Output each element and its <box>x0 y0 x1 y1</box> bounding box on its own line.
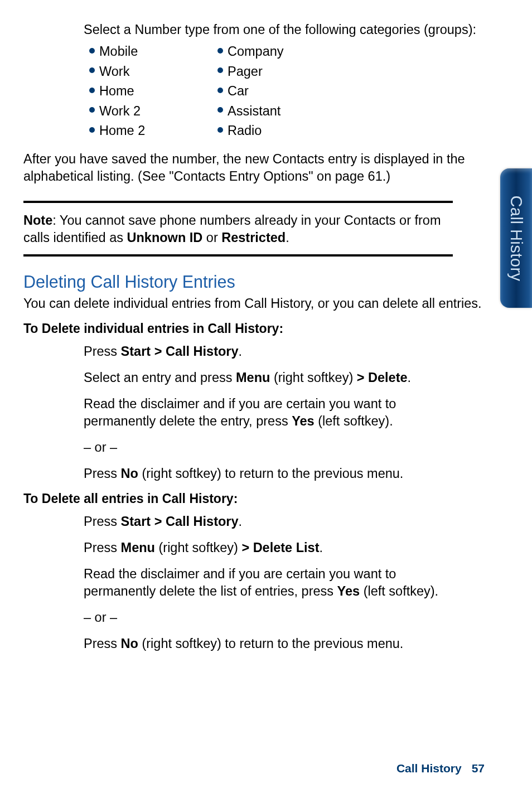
bullet-icon <box>217 107 223 113</box>
step-fragment: Press <box>84 344 121 359</box>
number-type-label: Radio <box>228 123 262 138</box>
or-separator: – or – <box>84 439 452 456</box>
step-fragment: (right softkey) to return to the previou… <box>138 466 403 481</box>
number-type-col-right: Company Pager Car Assistant Radio <box>217 44 284 138</box>
note-block: Note: You cannot save phone numbers alre… <box>23 201 453 257</box>
step-bold: No <box>121 636 138 651</box>
step-fragment: . <box>239 514 243 529</box>
list-item: Car <box>217 84 284 99</box>
side-tab: Call History <box>500 168 532 308</box>
step-bold: No <box>121 466 138 481</box>
sub-heading-delete-individual: To Delete individual entries in Call His… <box>23 321 509 336</box>
step-fragment: . <box>408 370 412 385</box>
step-bold: > Delete <box>357 370 408 385</box>
bullet-icon <box>217 88 223 93</box>
step-text: Press No (right softkey) to return to th… <box>84 635 452 652</box>
list-item: Company <box>217 44 284 59</box>
step-bold: > Delete List <box>241 540 319 555</box>
step-text: Press Menu (right softkey) > Delete List… <box>84 539 452 557</box>
page-footer: Call History57 <box>396 762 485 775</box>
step-text: Press No (right softkey) to return to th… <box>84 465 452 482</box>
note-label: Note <box>23 213 52 228</box>
step-fragment: . <box>239 344 243 359</box>
step-fragment: (right softkey) <box>155 540 241 555</box>
number-type-label: Home <box>99 84 134 99</box>
step-text: Read the disclaimer and if you are certa… <box>84 565 452 600</box>
number-type-label: Work <box>99 64 129 79</box>
list-item: Pager <box>217 64 284 79</box>
after-save-paragraph: After you have saved the number, the new… <box>23 151 509 185</box>
number-type-label: Assistant <box>228 104 280 119</box>
number-type-label: Car <box>228 84 249 99</box>
number-type-columns: Mobile Work Home Work 2 Home 2 Company P… <box>89 44 509 138</box>
list-item: Home <box>89 84 206 99</box>
side-tab-label: Call History <box>507 195 525 281</box>
step-text: Press Start > Call History. <box>84 513 452 530</box>
step-fragment: Press <box>84 540 121 555</box>
step-fragment: (left softkey). <box>360 584 438 598</box>
step-fragment: (right softkey) <box>270 370 356 385</box>
bullet-icon <box>89 88 95 93</box>
number-type-label: Work 2 <box>99 104 141 119</box>
step-fragment: (right softkey) to return to the previou… <box>138 636 403 651</box>
step-fragment: (left softkey). <box>315 414 393 428</box>
list-item: Work 2 <box>89 104 206 119</box>
step-bold: Menu <box>121 540 155 555</box>
note-bold-unknown: Unknown ID <box>127 230 203 245</box>
bullet-icon <box>217 67 223 73</box>
list-item: Radio <box>217 123 284 138</box>
step-bold: Start > Call History <box>121 344 239 359</box>
page-number: 57 <box>472 762 485 775</box>
footer-section-label: Call History <box>396 762 462 775</box>
step-fragment: Press <box>84 514 121 529</box>
step-fragment: Press <box>84 636 121 651</box>
step-text: Read the disclaimer and if you are certa… <box>84 395 452 430</box>
step-bold: Start > Call History <box>121 514 239 529</box>
bullet-icon <box>89 48 95 54</box>
list-item: Assistant <box>217 104 284 119</box>
note-bold-restricted: Restricted <box>221 230 286 245</box>
number-type-label: Pager <box>228 64 263 79</box>
note-text: . <box>286 230 289 245</box>
number-type-col-left: Mobile Work Home Work 2 Home 2 <box>89 44 206 138</box>
section-subtext: You can delete individual entries from C… <box>23 295 509 312</box>
step-fragment: Select an entry and press <box>84 370 236 385</box>
sub-heading-delete-all: To Delete all entries in Call History: <box>23 491 509 506</box>
number-type-label: Company <box>228 44 284 59</box>
bullet-icon <box>217 127 223 133</box>
number-type-label: Mobile <box>99 44 138 59</box>
step-fragment: Press <box>84 466 121 481</box>
bullet-icon <box>89 107 95 113</box>
step-bold: Menu <box>236 370 270 385</box>
step-text: Press Start > Call History. <box>84 343 452 360</box>
list-item: Home 2 <box>89 123 206 138</box>
intro-text: Select a Number type from one of the fol… <box>84 22 509 37</box>
list-item: Work <box>89 64 206 79</box>
step-fragment: . <box>319 540 323 555</box>
or-separator: – or – <box>84 609 452 626</box>
step-bold: Yes <box>292 414 315 428</box>
bullet-icon <box>89 127 95 133</box>
section-heading: Deleting Call History Entries <box>23 272 509 292</box>
step-text: Select an entry and press Menu (right so… <box>84 369 452 386</box>
step-bold: Yes <box>337 584 360 598</box>
bullet-icon <box>89 67 95 73</box>
list-item: Mobile <box>89 44 206 59</box>
number-type-label: Home 2 <box>99 123 145 138</box>
note-text: or <box>202 230 221 245</box>
bullet-icon <box>217 48 223 54</box>
